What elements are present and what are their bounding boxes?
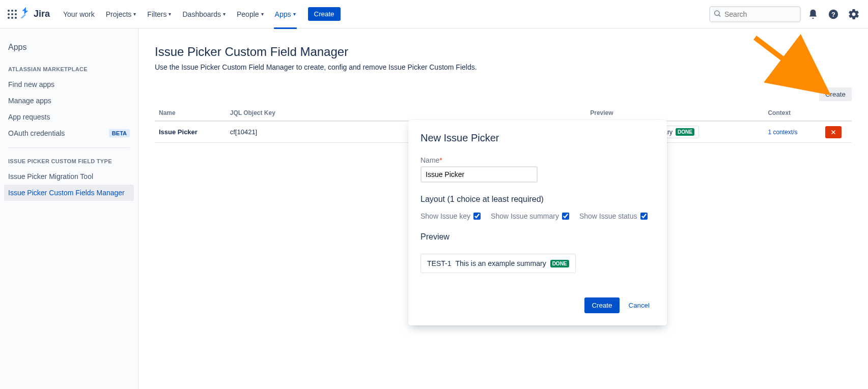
page-description: Use the Issue Picker Custom Field Manage… xyxy=(155,63,852,71)
svg-line-10 xyxy=(719,15,720,16)
notifications-icon[interactable] xyxy=(805,6,821,22)
checkbox-status-input[interactable] xyxy=(640,213,648,220)
sidebar-item-app-requests[interactable]: App requests xyxy=(4,109,134,125)
close-icon xyxy=(830,129,836,135)
sidebar-item-fields-manager[interactable]: Issue Picker Custom Fields Manager xyxy=(4,185,134,201)
checkbox-summary-input[interactable] xyxy=(562,213,569,220)
checkbox-summary[interactable]: Show Issue summary xyxy=(491,212,569,220)
nav-items: Your work Projects▾ Filters▾ Dashboards▾… xyxy=(58,6,340,22)
preview-key: TEST-1 xyxy=(427,259,451,267)
sidebar-section-picker: Issue Picker Custom Field Type xyxy=(4,154,134,168)
beta-badge: BETA xyxy=(109,129,130,137)
sidebar-item-oauth[interactable]: OAuth credentials BETA xyxy=(4,125,134,141)
brand-text: Jira xyxy=(34,9,50,19)
status-badge: DONE xyxy=(676,128,694,136)
search-box xyxy=(709,6,801,22)
context-link[interactable]: 1 context/s xyxy=(768,129,797,136)
chevron-down-icon: ▾ xyxy=(293,11,296,17)
nav-projects[interactable]: Projects▾ xyxy=(101,6,142,22)
delete-button[interactable] xyxy=(825,126,842,138)
nav-your-work[interactable]: Your work xyxy=(58,6,100,22)
nav-dashboards[interactable]: Dashboards▾ xyxy=(177,6,231,22)
sidebar-section-marketplace: Atlassian Marketplace xyxy=(4,62,134,76)
svg-point-6 xyxy=(8,17,10,19)
checkbox-key-input[interactable] xyxy=(473,213,481,220)
svg-point-4 xyxy=(11,13,13,15)
nav-filters[interactable]: Filters▾ xyxy=(142,6,176,22)
page-create-button[interactable]: Create xyxy=(819,87,852,101)
th-name: Name xyxy=(155,105,226,121)
top-navigation: Jira Your work Projects▾ Filters▾ Dashbo… xyxy=(0,0,868,28)
page-title: Issue Picker Custom Field Manager xyxy=(155,45,852,59)
dialog-cancel-button[interactable]: Cancel xyxy=(624,297,655,313)
new-issue-picker-dialog: New Issue Picker Name* Layout (1 choice … xyxy=(408,120,667,325)
create-button[interactable]: Create xyxy=(308,7,341,21)
svg-text:?: ? xyxy=(831,10,835,18)
svg-point-1 xyxy=(11,10,13,12)
cell-jql: cf[10421] xyxy=(226,121,307,143)
checkbox-status[interactable]: Show Issue status xyxy=(579,212,648,220)
sidebar: Apps Atlassian Marketplace Find new apps… xyxy=(0,28,138,389)
search-icon xyxy=(713,9,721,19)
svg-point-0 xyxy=(8,10,10,12)
app-switcher-icon[interactable] xyxy=(6,8,18,20)
status-badge: DONE xyxy=(550,260,569,267)
sidebar-title: Apps xyxy=(4,39,134,56)
svg-point-9 xyxy=(715,11,719,15)
sidebar-item-find-apps[interactable]: Find new apps xyxy=(4,76,134,93)
nav-people[interactable]: People▾ xyxy=(232,6,269,22)
preview-summary: This is an example summary xyxy=(455,259,546,267)
settings-icon[interactable] xyxy=(846,6,862,22)
svg-point-3 xyxy=(8,13,10,15)
nav-right: ? xyxy=(709,6,862,22)
preview-box: TEST-1 This is an example summary DONE xyxy=(421,254,576,273)
th-jql: JQL Object Key xyxy=(226,105,307,121)
divider xyxy=(8,147,130,148)
chevron-down-icon: ▾ xyxy=(133,11,136,17)
name-label: Name* xyxy=(421,156,655,164)
jira-icon xyxy=(20,7,32,21)
preview-heading: Preview xyxy=(421,232,655,242)
cell-name: Issue Picker xyxy=(155,121,226,143)
search-input[interactable] xyxy=(709,6,801,22)
svg-point-8 xyxy=(15,17,17,19)
chevron-down-icon: ▾ xyxy=(223,11,226,17)
dialog-create-button[interactable]: Create xyxy=(584,297,619,313)
svg-point-5 xyxy=(15,13,17,15)
name-input[interactable] xyxy=(421,166,538,183)
th-context: Context xyxy=(764,105,821,121)
svg-point-7 xyxy=(11,17,13,19)
chevron-down-icon: ▾ xyxy=(169,11,171,17)
main-content: Issue Picker Custom Field Manager Use th… xyxy=(138,28,868,389)
checkbox-key[interactable]: Show Issue key xyxy=(421,212,481,220)
chevron-down-icon: ▾ xyxy=(261,11,264,17)
dialog-title: New Issue Picker xyxy=(421,132,655,144)
jira-logo[interactable]: Jira xyxy=(20,7,50,21)
layout-heading: Layout (1 choice at least required) xyxy=(421,195,655,204)
sidebar-item-manage-apps[interactable]: Manage apps xyxy=(4,93,134,109)
help-icon[interactable]: ? xyxy=(825,6,842,22)
th-preview: Preview xyxy=(586,105,764,121)
sidebar-item-migration[interactable]: Issue Picker Migration Tool xyxy=(4,168,134,185)
svg-point-2 xyxy=(15,10,17,12)
nav-apps[interactable]: Apps▾ xyxy=(270,6,301,22)
